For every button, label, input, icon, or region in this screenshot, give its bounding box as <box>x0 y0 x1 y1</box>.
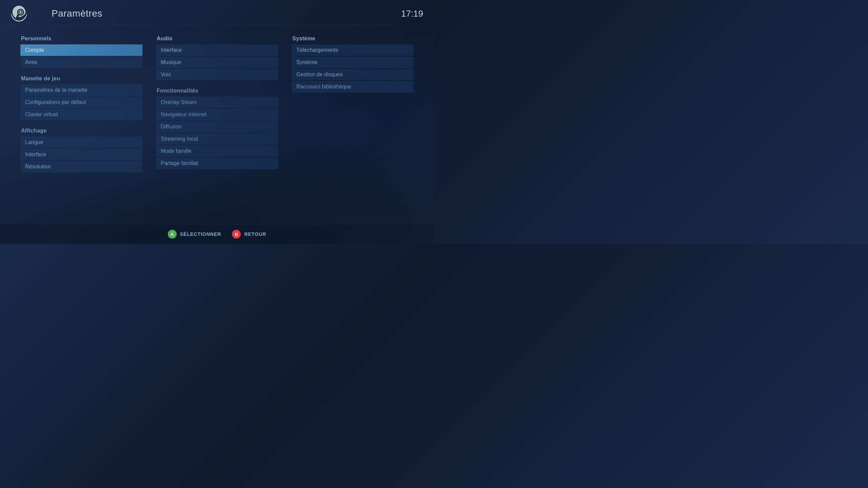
menu-item-resolution[interactable]: Résolution <box>20 161 142 172</box>
page-title: Paramètres <box>52 8 102 19</box>
header-left: Paramètres <box>11 5 102 22</box>
menu-item-amis[interactable]: Amis <box>20 57 142 68</box>
menu-item-mode-famille[interactable]: Mode famille <box>156 145 278 157</box>
footer: A SÉLECTIONNER B RETOUR <box>0 224 434 244</box>
footer-btn-b-label: RETOUR <box>244 231 266 237</box>
main-content: Personnels Compte Amis Manette de jeu Pa… <box>0 25 434 190</box>
section-systeme: Système Téléchargements Système Gestion … <box>292 36 414 93</box>
menu-item-langue[interactable]: Langue <box>20 137 142 148</box>
menu-item-raccourci-bibliotheque[interactable]: Raccourci bibliothèque <box>292 81 414 93</box>
steam-logo-icon <box>11 4 27 20</box>
menu-item-clavier-virtuel[interactable]: Clavier virtuel <box>20 109 142 120</box>
menu-item-voix[interactable]: Voix <box>156 69 278 80</box>
footer-btn-a: A SÉLECTIONNER <box>168 230 221 239</box>
menu-item-overlay-steam[interactable]: Overlay Steam <box>156 97 278 108</box>
section-fonctionnalites: Fonctionnalités Overlay Steam Navigateur… <box>156 88 278 170</box>
section-personnels: Personnels Compte Amis <box>20 36 142 69</box>
section-fonctionnalites-title: Fonctionnalités <box>156 88 278 94</box>
btn-b-letter: B <box>235 232 238 237</box>
menu-item-diffusion[interactable]: Diffusion <box>156 121 278 133</box>
column-right: Système Téléchargements Système Gestion … <box>292 36 414 180</box>
menu-item-interface-affichage[interactable]: Interface <box>20 149 142 160</box>
menu-item-interface-audio[interactable]: Interface <box>156 44 278 56</box>
column-left: Personnels Compte Amis Manette de jeu Pa… <box>20 36 142 180</box>
section-systeme-title: Système <box>292 36 414 42</box>
column-middle: Audio Interface Musique Voix Fonctionnal… <box>156 36 278 180</box>
btn-a-circle: A <box>168 230 177 239</box>
menu-item-compte[interactable]: Compte <box>20 44 142 56</box>
section-affichage: Affichage Langue Interface Résolution <box>20 128 142 173</box>
section-personnels-title: Personnels <box>20 36 142 42</box>
menu-item-partage-familial[interactable]: Partage familial <box>156 158 278 169</box>
btn-b-circle: B <box>232 230 241 239</box>
section-audio: Audio Interface Musique Voix <box>156 36 278 81</box>
menu-item-configurations-defaut[interactable]: Configurations par défaut <box>20 97 142 108</box>
menu-item-navigateur-internet[interactable]: Navigateur internet <box>156 109 278 120</box>
section-audio-title: Audio <box>156 36 278 42</box>
btn-a-letter: A <box>171 232 174 237</box>
menu-item-musique[interactable]: Musique <box>156 57 278 68</box>
section-affichage-title: Affichage <box>20 128 142 134</box>
section-manette-title: Manette de jeu <box>20 76 142 82</box>
svg-point-5 <box>20 11 22 13</box>
header: Paramètres 17:19 <box>0 0 434 25</box>
menu-item-streaming-local[interactable]: Streaming local <box>156 133 278 145</box>
clock: 17:19 <box>401 8 423 19</box>
menu-item-gestion-disques[interactable]: Gestion de disques <box>292 69 414 80</box>
menu-item-parametres-manette[interactable]: Paramètres de la manette <box>20 84 142 96</box>
menu-item-systeme[interactable]: Système <box>292 57 414 68</box>
footer-btn-b: B RETOUR <box>232 230 266 239</box>
section-manette: Manette de jeu Paramètres de la manette … <box>20 76 142 121</box>
menu-item-telechargements[interactable]: Téléchargements <box>292 44 414 56</box>
footer-btn-a-label: SÉLECTIONNER <box>180 231 221 237</box>
